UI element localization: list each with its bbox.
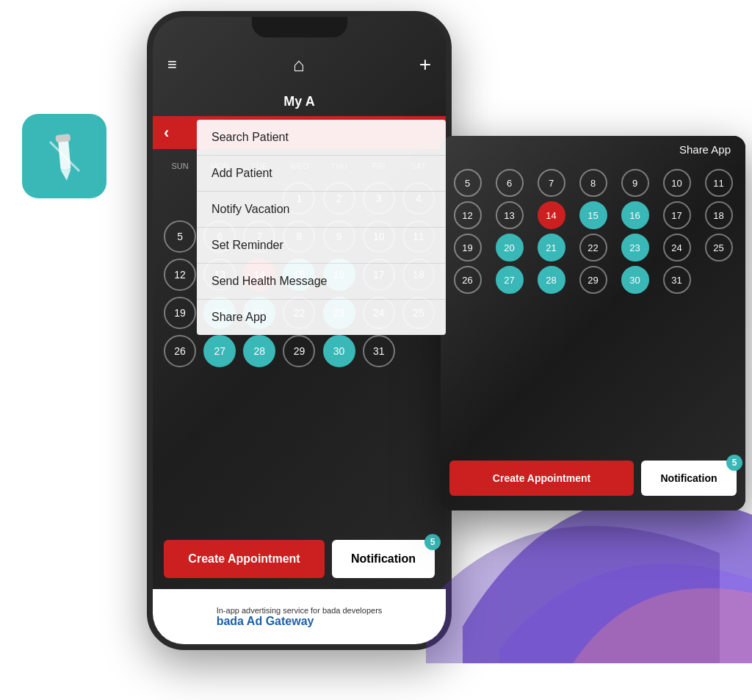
dropdown-item-notify-vacation[interactable]: Notify Vacation [197, 192, 446, 228]
card-cal-day-14[interactable]: 14 [538, 201, 565, 229]
card-cal-day[interactable]: 27 [496, 266, 524, 294]
cal-day[interactable]: 28 [243, 335, 275, 367]
card-cal-day[interactable]: 9 [621, 169, 649, 197]
share-app-label: Share App [679, 143, 731, 156]
card-cal-day[interactable]: 17 [663, 201, 691, 229]
phone-header: ≡ ⌂ + [153, 43, 446, 87]
card-cal-day[interactable]: 11 [705, 169, 733, 197]
card-cal-day[interactable]: 26 [454, 266, 482, 294]
card-cal-day[interactable]: 20 [496, 234, 524, 261]
cal-row-5: 26 27 28 29 30 31 [160, 335, 438, 367]
card-cal-day[interactable]: 5 [454, 169, 482, 197]
card-cal-day[interactable]: 31 [663, 266, 691, 294]
ad-banner: In-app advertising service for bada deve… [153, 589, 446, 644]
page-title: My A [283, 94, 314, 109]
card-cal-row-3: 19 20 21 22 23 24 25 [446, 234, 740, 261]
card-cal-day[interactable]: 28 [538, 266, 565, 294]
ad-brand-text: bada Ad Gateway [217, 615, 383, 628]
menu-icon[interactable]: ≡ [167, 55, 178, 74]
home-icon[interactable]: ⌂ [293, 54, 305, 76]
card-cal-day[interactable]: 21 [538, 234, 565, 261]
app-icon [22, 114, 106, 198]
card-cal-day[interactable]: 6 [496, 169, 524, 197]
card-cal-day[interactable]: 18 [705, 201, 733, 229]
cal-day[interactable]: 19 [164, 297, 196, 329]
cal-day[interactable]: 29 [283, 335, 315, 367]
cal-day[interactable]: 30 [323, 335, 355, 367]
card-cal-day[interactable]: 29 [579, 266, 607, 294]
card-cal-day[interactable]: 30 [621, 266, 649, 294]
card-cal-row-2: 12 13 14 15 16 17 18 [446, 201, 740, 229]
phone-mockup-main: ≡ ⌂ + My A ‹ SUN MON TUE WED THU FRI SAT [147, 11, 452, 650]
cal-day[interactable] [164, 182, 196, 214]
card-cal-row-1: 5 6 7 8 9 10 11 [446, 169, 740, 197]
cal-day[interactable]: 26 [164, 335, 196, 367]
phone-card-secondary: Share App 5 6 7 8 9 10 11 12 13 14 15 16… [441, 136, 745, 510]
create-appointment-button[interactable]: Create Appointment [164, 540, 325, 578]
notification-button[interactable]: Notification 5 [332, 540, 435, 578]
card-cal-day[interactable]: 24 [663, 234, 691, 261]
day-sun: SUN [160, 162, 200, 170]
cal-day[interactable]: 27 [203, 335, 236, 367]
title-bar: My A [153, 87, 446, 116]
cal-day[interactable]: 12 [164, 259, 196, 291]
card-create-appointment-button[interactable]: Create Appointment [449, 461, 634, 496]
dropdown-item-share-app[interactable]: Share App [197, 300, 446, 335]
card-cal-day[interactable]: 15 [579, 201, 607, 229]
card-notification-button[interactable]: Notification 5 [641, 461, 737, 496]
dropdown-item-set-reminder[interactable]: Set Reminder [197, 228, 446, 264]
dropdown-item-search-patient[interactable]: Search Patient [197, 120, 446, 156]
card-cal-row-4: 26 27 28 29 30 31 [446, 266, 740, 294]
dropdown-menu: Search Patient Add Patient Notify Vacati… [197, 120, 446, 335]
card-bottom-buttons: Create Appointment Notification 5 [441, 461, 745, 496]
card-cal-day[interactable]: 25 [705, 234, 733, 261]
dropdown-item-add-patient[interactable]: Add Patient [197, 156, 446, 192]
svg-marker-1 [60, 169, 71, 181]
card-cal-day[interactable]: 23 [621, 234, 649, 261]
cal-day[interactable]: 5 [164, 220, 196, 253]
phone-notch [252, 17, 347, 37]
pencil-icon [39, 131, 90, 182]
card-cal-day[interactable]: 16 [621, 201, 649, 229]
ad-small-text: In-app advertising service for bada deve… [217, 606, 383, 615]
card-cal-day [705, 266, 733, 294]
card-cal-day[interactable]: 8 [579, 169, 607, 197]
cal-day [402, 335, 435, 367]
card-calendar: 5 6 7 8 9 10 11 12 13 14 15 16 17 18 19 … [441, 169, 745, 298]
card-cal-day[interactable]: 7 [538, 169, 565, 197]
cal-day[interactable]: 31 [363, 335, 395, 367]
back-button[interactable]: ‹ [164, 123, 169, 142]
svg-rect-2 [55, 134, 70, 142]
phone-screen: ≡ ⌂ + My A ‹ SUN MON TUE WED THU FRI SAT [153, 17, 446, 644]
plus-icon[interactable]: + [419, 53, 431, 76]
dropdown-item-send-health-message[interactable]: Send Health Message [197, 264, 446, 300]
card-cal-day[interactable]: 13 [496, 201, 524, 229]
notification-badge: 5 [424, 534, 441, 550]
card-cal-day[interactable]: 19 [454, 234, 482, 261]
bottom-buttons: Create Appointment Notification 5 [153, 540, 446, 578]
card-notification-badge: 5 [726, 455, 742, 471]
card-cal-day[interactable]: 12 [454, 201, 482, 229]
card-cal-day[interactable]: 10 [663, 169, 691, 197]
card-cal-day[interactable]: 22 [579, 234, 607, 261]
